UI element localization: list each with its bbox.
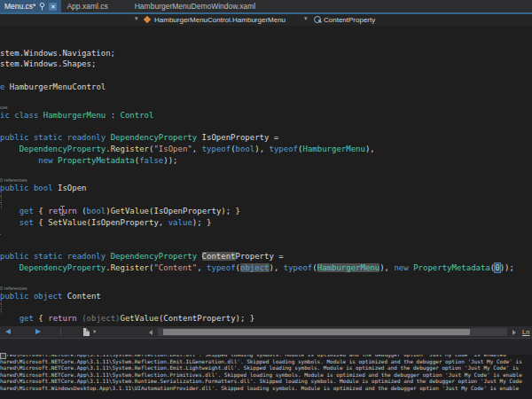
- property-icon: [314, 16, 321, 23]
- document-icon[interactable]: [83, 328, 90, 336]
- code-line: public bool IsOpen: [0, 183, 532, 194]
- indent-guide: [1, 185, 2, 208]
- code-editor[interactable]: stem.Windows.Navigation;stem.Windows.Sha…: [0, 25, 532, 326]
- chevron-down-icon[interactable]: ▾: [93, 328, 96, 335]
- chevron-down-icon[interactable]: ▾: [304, 15, 308, 22]
- line-indicator: Ln: [522, 328, 529, 336]
- tab-bar: Menu.cs* ✕ App.xaml.csHamburgerMenuDemoW…: [0, 0, 532, 12]
- code-line: get { return (bool)GetValue(IsOpenProper…: [0, 206, 532, 217]
- horizontal-scrollbar[interactable]: [158, 328, 507, 336]
- code-line: }: [0, 229, 532, 240]
- class-icon: [144, 16, 151, 23]
- output-line: hared\Microsoft.NETCore.App\3.1.11\Syste…: [0, 358, 532, 365]
- code-line: set { SetValue(IsOpenProperty, value); }: [0, 217, 532, 229]
- navigate-back-icon[interactable]: [5, 329, 11, 334]
- output-lines: hared\Microsoft.NETCore.App\3.1.11\Syste…: [0, 355, 532, 391]
- code-line: new PropertyMetadata(false));: [0, 155, 532, 167]
- tab-active-label: Menu.cs*: [4, 2, 35, 11]
- vs-window: Menu.cs* ✕ App.xaml.csHamburgerMenuDemoW…: [0, 0, 532, 399]
- class-dropdown[interactable]: HamburgerMenuControl.HamburgerMenu: [154, 16, 286, 24]
- splitter-grip-box: [0, 353, 6, 359]
- inactive-tabs: App.xaml.csHamburgerMenuDemoWindow.xaml: [61, 0, 268, 12]
- code-lines: stem.Windows.Navigation;stem.Windows.Sha…: [0, 48, 532, 326]
- scroll-left-icon[interactable]: [149, 330, 153, 335]
- divider: [60, 328, 61, 336]
- member-dropdown[interactable]: ContentProperty: [324, 16, 375, 24]
- code-line: {: [0, 194, 532, 206]
- code-line: public object Content: [0, 291, 532, 302]
- code-line: DependencyProperty.Register("Content", t…: [0, 262, 532, 274]
- code-line: stem.Windows.Shapes;: [0, 59, 532, 70]
- tab-inactive[interactable]: HamburgerMenuDemoWindow.xaml: [115, 0, 269, 12]
- code-line: [0, 239, 532, 251]
- pin-icon[interactable]: [39, 3, 45, 11]
- close-icon[interactable]: ✕: [49, 3, 57, 11]
- scrollbar-thumb[interactable]: [163, 329, 470, 335]
- code-line: [0, 167, 532, 178]
- code-line: ic class HamburgerMenu : Control: [0, 110, 532, 121]
- code-line: {: [0, 301, 532, 313]
- code-line: public static readonly DependencyPropert…: [0, 251, 532, 262]
- output-line: hared\Microsoft.NETCore.App\3.1.11\Syste…: [0, 372, 532, 379]
- code-line: public static readonly DependencyPropert…: [0, 132, 532, 144]
- code-line: [0, 93, 532, 105]
- navigate-forward-icon[interactable]: [35, 329, 41, 334]
- text-cursor: [60, 206, 65, 215]
- code-line: [0, 70, 532, 82]
- output-line: hared\Microsoft.NETCore.App\3.1.11\Syste…: [0, 364, 532, 372]
- code-line: stem.Windows.Navigation;: [0, 48, 532, 59]
- tab-inactive[interactable]: App.xaml.cs: [61, 0, 114, 12]
- output-line: hared\Microsoft.NETCore.App\3.1.11\Syste…: [0, 378, 532, 385]
- scroll-right-icon[interactable]: [512, 330, 516, 335]
- tab-active-menu-cs[interactable]: Menu.cs* ✕: [0, 0, 61, 12]
- chevron-down-icon[interactable]: ▾: [135, 15, 138, 22]
- output-pane[interactable]: hared\Microsoft.NETCore.App\3.1.11\Syste…: [0, 355, 532, 399]
- output-line: hared\Microsoft.WindowsDesktop.App\3.1.1…: [0, 385, 532, 392]
- code-line: get { return (object)GetValue(ContentPro…: [0, 313, 532, 325]
- pane-splitter[interactable]: [0, 338, 532, 355]
- output-line: hared\Microsoft.NETCore.App\3.1.11\Syste…: [0, 355, 532, 358]
- code-line: [0, 121, 532, 132]
- indent-guide: [1, 293, 2, 314]
- code-line: [0, 274, 532, 286]
- code-line: e HamburgerMenuControl: [0, 82, 532, 93]
- code-line: DependencyProperty.Register("IsOpen", ty…: [0, 144, 532, 155]
- editor-bottom-bar: ▾ Ln: [0, 326, 532, 338]
